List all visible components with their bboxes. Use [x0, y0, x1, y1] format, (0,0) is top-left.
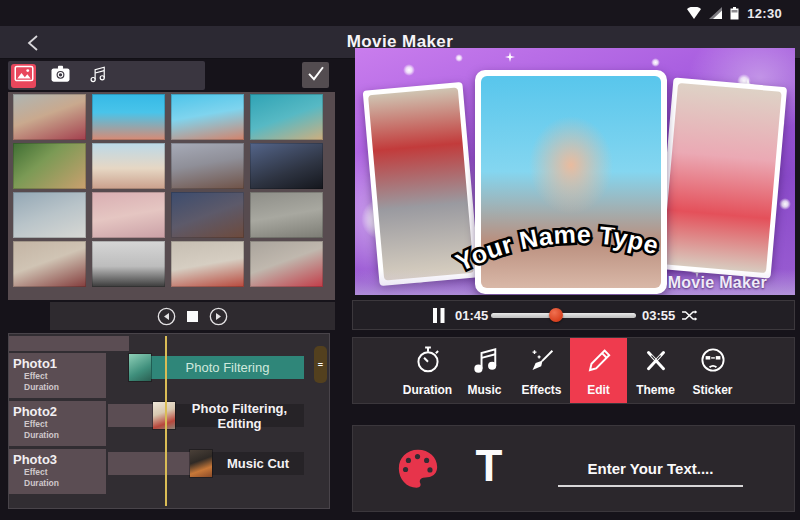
track-label-photo3[interactable]: Photo3 Effect Duration: [9, 449, 106, 494]
photo-thumbnail[interactable]: [92, 94, 165, 140]
total-duration: 03:55: [642, 301, 675, 329]
sticker-face-icon: [699, 345, 727, 379]
next-icon: [209, 307, 228, 326]
broom-icon: [528, 345, 556, 379]
timeline-top-strip: [9, 336, 129, 351]
photo-thumbnail[interactable]: [92, 192, 165, 238]
clip-thumbnail: [129, 354, 151, 381]
stop-button[interactable]: [187, 311, 198, 322]
media-tabbar: [8, 61, 205, 90]
photo-thumbnail[interactable]: [13, 192, 86, 238]
movie-maker-app: 12:30 Movie Maker: [0, 0, 800, 520]
progress-thumb[interactable]: [549, 308, 563, 322]
tab-audio[interactable]: [85, 64, 110, 88]
text-tool-panel: T: [352, 425, 795, 512]
photo-thumbnail[interactable]: [13, 143, 86, 189]
battery-icon: [730, 7, 739, 20]
edit-toolbar: Duration Music Effects: [352, 337, 795, 404]
next-button[interactable]: [209, 307, 228, 326]
sparkle: [415, 274, 425, 284]
playhead[interactable]: [165, 336, 167, 506]
photo-grid: [8, 92, 335, 300]
status-time: 12:30: [747, 6, 782, 21]
caption-text-overlay[interactable]: Your Name Type: [451, 208, 691, 288]
clip-lead-segment: [108, 404, 154, 427]
clip-thumbnail: [153, 402, 175, 429]
caption-text: Your Name Type: [451, 220, 662, 277]
back-chevron-icon: [25, 34, 41, 52]
previous-icon: [157, 307, 176, 326]
previous-button[interactable]: [157, 307, 176, 326]
sparkle: [403, 64, 415, 76]
wifi-icon: [687, 7, 701, 19]
image-icon: [14, 65, 34, 86]
back-button[interactable]: [20, 31, 46, 55]
music-note-icon: [471, 345, 499, 379]
tool-music[interactable]: Music: [456, 338, 513, 403]
photo-thumbnail[interactable]: [13, 94, 86, 140]
tool-edit[interactable]: Edit: [570, 338, 627, 403]
photo-thumbnail[interactable]: [171, 94, 244, 140]
photo-thumbnail[interactable]: [250, 143, 323, 189]
timeline-scroll-handle[interactable]: =: [314, 346, 327, 383]
photo-thumbnail[interactable]: [92, 241, 165, 287]
timeline: Photo1 Effect Duration Photo2 Effect Dur…: [8, 333, 330, 509]
tool-duration[interactable]: Duration: [399, 338, 456, 403]
color-palette-button[interactable]: [395, 446, 441, 492]
photo-thumbnail[interactable]: [250, 192, 323, 238]
tool-effects[interactable]: Effects: [513, 338, 570, 403]
photo-thumbnail[interactable]: [13, 241, 86, 287]
stopwatch-icon: [414, 345, 442, 379]
seek-slider[interactable]: [491, 313, 636, 318]
add-text-button[interactable]: T: [471, 440, 507, 492]
clip-thumbnail: [190, 450, 212, 477]
sparkle: [651, 58, 660, 67]
clip-photo-filtering-editing[interactable]: Photo Filtering, Editing: [153, 404, 304, 427]
player-bar: 01:45 03:55: [352, 300, 795, 330]
pencil-icon: [585, 345, 613, 379]
tab-camera[interactable]: [48, 64, 73, 88]
clip-lead-segment: [108, 452, 191, 475]
camera-icon: [50, 65, 71, 87]
pause-icon: [433, 308, 445, 323]
shuffle-icon: [681, 308, 698, 323]
sparkle: [505, 52, 515, 62]
track-label-photo2[interactable]: Photo2 Effect Duration: [9, 401, 106, 446]
stop-icon: [187, 311, 198, 322]
palette-icon: [395, 446, 441, 492]
check-icon: [306, 64, 326, 86]
photo-thumbnail[interactable]: [250, 94, 323, 140]
svg-text:Your Name Type: Your Name Type: [451, 220, 662, 277]
music-icon: [88, 64, 107, 88]
sparkle: [455, 54, 463, 62]
shuffle-button[interactable]: [681, 301, 698, 329]
tool-sticker[interactable]: Sticker: [684, 338, 741, 403]
enter-text-input[interactable]: [558, 456, 743, 487]
photo-thumbnail[interactable]: [171, 143, 244, 189]
sparkle: [779, 198, 791, 210]
tab-photos[interactable]: [11, 64, 36, 88]
tool-theme[interactable]: Theme: [627, 338, 684, 403]
confirm-selection-button[interactable]: [302, 62, 329, 88]
photo-thumbnail[interactable]: [250, 241, 323, 287]
watermark: Movie Maker: [668, 274, 767, 292]
photo-thumbnail[interactable]: [92, 143, 165, 189]
photo-thumbnail[interactable]: [171, 241, 244, 287]
signal-icon: [709, 7, 722, 19]
photo-thumbnail[interactable]: [171, 192, 244, 238]
preview-canvas: Your Name Type Movie Maker: [355, 48, 795, 295]
clip-music-cut[interactable]: Music Cut: [190, 452, 304, 475]
elapsed-time: 01:45: [455, 301, 488, 329]
track-label-photo1[interactable]: Photo1 Effect Duration: [9, 353, 106, 398]
crossed-wands-icon: [642, 345, 670, 379]
status-bar: 12:30: [0, 0, 800, 26]
pause-button[interactable]: [433, 301, 445, 329]
clip-photo-filtering[interactable]: Photo Filtering: [129, 356, 304, 379]
transport-controls: [50, 302, 335, 330]
